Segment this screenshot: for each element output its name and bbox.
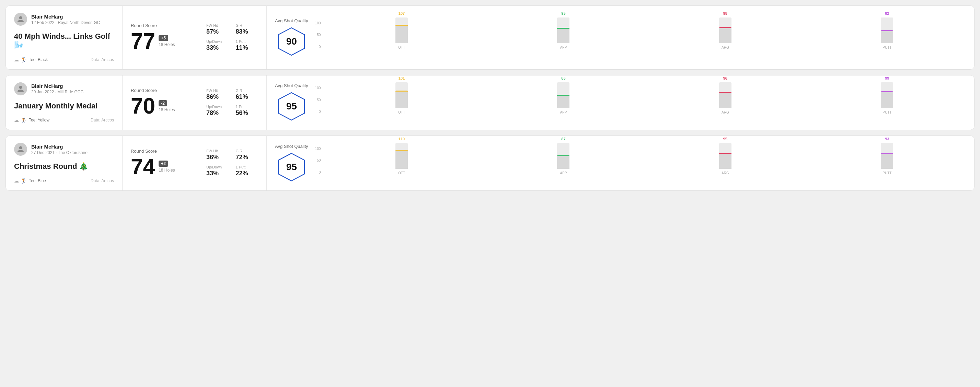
stat-value: 61% <box>236 93 258 100</box>
stat-updown: Up/Down78% <box>206 105 229 117</box>
tee-label: Tee: Blue <box>29 178 46 183</box>
user-info: Blair McHarg27 Dec 2021 · The Oxfordshir… <box>14 143 114 156</box>
stat-updown: Up/Down33% <box>206 40 229 51</box>
avatar <box>14 143 27 156</box>
user-name: Blair McHarg <box>31 83 83 89</box>
avatar <box>14 82 27 95</box>
stat-label: GIR <box>236 149 258 153</box>
stat-label: 1 Putt <box>236 165 258 169</box>
score-diff: -2 <box>159 100 167 106</box>
stat-value: 56% <box>236 109 258 117</box>
card-footer: ☁🏌 Tee: YellowData: Arccos <box>14 117 114 123</box>
round-card: Blair McHarg12 Feb 2022 · Royal North De… <box>5 5 975 70</box>
card-left-section: Blair McHarg12 Feb 2022 · Royal North De… <box>6 6 123 69</box>
data-source: Data: Arccos <box>91 118 114 122</box>
hex-score: 95 <box>286 101 297 112</box>
card-footer: ☁🏌 Tee: BlueData: Arccos <box>14 178 114 184</box>
tee-info: ☁🏌 Tee: Yellow <box>14 117 49 123</box>
quality-left: Avg Shot Quality 95 <box>275 144 308 182</box>
quality-label: Avg Shot Quality <box>275 83 308 88</box>
hexagon-container: 95 <box>276 152 307 182</box>
score-holes: 18 Holes <box>159 168 175 173</box>
weather-icon: ☁ <box>14 178 19 184</box>
score-holes: 18 Holes <box>159 107 175 112</box>
quality-left: Avg Shot Quality 95 <box>275 83 308 122</box>
card-footer: ☁🏌 Tee: BlackData: Arccos <box>14 57 114 62</box>
hex-score: 95 <box>286 162 297 173</box>
score-badge: -218 Holes <box>159 100 175 112</box>
bar-col-putt: 99PUTT <box>808 76 966 114</box>
score-label: Round Score <box>131 88 189 93</box>
stat-value: 22% <box>236 170 258 177</box>
user-meta: 12 Feb 2022 · Royal North Devon GC <box>31 20 100 25</box>
bag-icon: 🏌 <box>21 57 27 62</box>
stat-value: 86% <box>206 93 229 100</box>
score-section: Round Score74+218 Holes <box>123 136 198 190</box>
score-holes: 18 Holes <box>159 42 175 47</box>
stat-value: 11% <box>236 44 258 51</box>
round-title: Christmas Round 🎄 <box>14 162 114 171</box>
stat-label: FW Hit <box>206 89 229 93</box>
quality-section: Avg Shot Quality 95100500110OTT87APP95AR… <box>267 136 974 190</box>
stat-gir: GIR83% <box>236 23 258 35</box>
stat-gir: GIR72% <box>236 149 258 161</box>
stats-grid: FW Hit57%GIR83%Up/Down33%1 Putt11% <box>206 23 258 51</box>
score-badge: +518 Holes <box>159 35 175 47</box>
bar-chart: 100500107OTT95APP98ARG82PUTT <box>315 19 966 56</box>
bar-col-app: 87APP <box>485 137 642 175</box>
score-number: 77 <box>131 30 155 52</box>
stat-fw-hit: FW Hit86% <box>206 89 229 100</box>
round-title: January Monthly Medal <box>14 102 114 111</box>
stat-value: 72% <box>236 154 258 161</box>
stat-label: FW Hit <box>206 23 229 27</box>
stat-value: 78% <box>206 109 229 117</box>
score-row: 70-218 Holes <box>131 95 189 117</box>
card-left-section: Blair McHarg29 Jan 2022 · Mill Ride GCCJ… <box>6 76 123 130</box>
quality-section: Avg Shot Quality 90100500107OTT95APP98AR… <box>267 6 974 69</box>
stat-label: Up/Down <box>206 40 229 44</box>
bar-col-ott: 110OTT <box>323 137 480 175</box>
tee-label: Tee: Black <box>29 57 48 62</box>
bar-col-putt: 82PUTT <box>808 11 966 49</box>
tee-label: Tee: Yellow <box>29 118 49 122</box>
hexagon-container: 95 <box>276 91 307 122</box>
bar-col-arg: 95ARG <box>646 137 804 175</box>
bar-chart: 100500110OTT87APP95ARG93PUTT <box>315 145 966 181</box>
quality-left: Avg Shot Quality 90 <box>275 18 308 57</box>
score-label: Round Score <box>131 149 189 154</box>
score-row: 74+218 Holes <box>131 156 189 178</box>
stat-gir: GIR61% <box>236 89 258 100</box>
user-meta: 29 Jan 2022 · Mill Ride GCC <box>31 90 83 94</box>
weather-icon: ☁ <box>14 57 19 62</box>
stat-value: 36% <box>206 154 229 161</box>
stat-label: FW Hit <box>206 149 229 153</box>
bag-icon: 🏌 <box>21 178 27 184</box>
round-card: Blair McHarg29 Jan 2022 · Mill Ride GCCJ… <box>5 75 975 130</box>
stats-section: FW Hit36%GIR72%Up/Down33%1 Putt22% <box>198 136 267 190</box>
quality-label: Avg Shot Quality <box>275 144 308 149</box>
stat-fw-hit: FW Hit36% <box>206 149 229 161</box>
stat-oneputt: 1 Putt22% <box>236 165 258 177</box>
stat-value: 33% <box>206 44 229 51</box>
quality-section: Avg Shot Quality 95100500101OTT86APP96AR… <box>267 76 974 130</box>
user-meta: 27 Dec 2021 · The Oxfordshire <box>31 150 88 155</box>
stat-label: 1 Putt <box>236 40 258 44</box>
user-info: Blair McHarg29 Jan 2022 · Mill Ride GCC <box>14 82 114 95</box>
score-section: Round Score77+518 Holes <box>123 6 198 69</box>
data-source: Data: Arccos <box>91 57 114 62</box>
user-info: Blair McHarg12 Feb 2022 · Royal North De… <box>14 13 114 26</box>
data-source: Data: Arccos <box>91 178 114 183</box>
tee-info: ☁🏌 Tee: Blue <box>14 178 46 184</box>
stat-label: GIR <box>236 23 258 27</box>
user-name: Blair McHarg <box>31 14 100 19</box>
round-card: Blair McHarg27 Dec 2021 · The Oxfordshir… <box>5 135 975 190</box>
bag-icon: 🏌 <box>21 117 27 123</box>
bar-chart: 100500101OTT86APP96ARG99PUTT <box>315 84 966 121</box>
bar-col-app: 86APP <box>485 76 642 114</box>
avatar <box>14 13 27 26</box>
stat-updown: Up/Down33% <box>206 165 229 177</box>
bar-col-ott: 107OTT <box>323 11 480 49</box>
stat-value: 33% <box>206 170 229 177</box>
quality-label: Avg Shot Quality <box>275 18 308 23</box>
weather-icon: ☁ <box>14 117 19 123</box>
